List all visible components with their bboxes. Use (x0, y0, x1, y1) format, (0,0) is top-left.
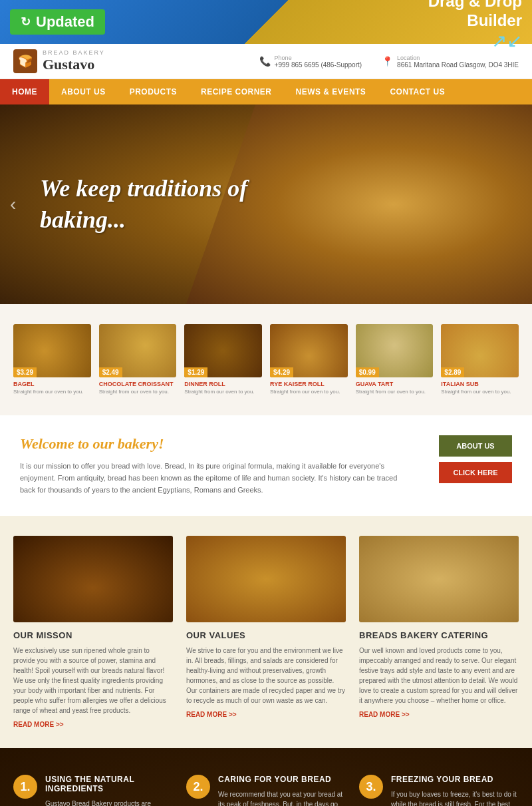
logo-icon: 🍞 (13, 49, 37, 73)
product-desc: Straight from our oven to you. (184, 389, 262, 395)
feature-image (186, 536, 346, 622)
phone-contact: 📞 Phone +999 865 6695 (486-Support) (259, 55, 362, 69)
feature-card: OUR MISSON We exclusively use sun ripene… (13, 536, 173, 728)
welcome-title: Welcome to our bakery! (20, 435, 412, 453)
product-image: $1.29 (184, 324, 262, 377)
top-badge: ↻ Updated Drag & DropBuilder ↗↙ (0, 0, 532, 44)
main-nav: HOME ABOUT US PRODUCTS RECIPE CORNER NEW… (0, 79, 532, 104)
product-desc: Straight from our oven to you. (356, 389, 434, 395)
hero-content: We keep traditions ofbaking... (0, 173, 287, 236)
product-name: DINNER ROLL (184, 381, 262, 387)
product-card[interactable]: $2.89 ITALIAN SUB Straight from our oven… (441, 324, 519, 395)
drag-drop-label: Drag & DropBuilder (428, 0, 522, 30)
features-section: OUR MISSON We exclusively use sun ripene… (0, 516, 532, 748)
hero-section: ‹ We keep traditions ofbaking... (0, 104, 532, 304)
tip-number: 1. (13, 775, 37, 799)
location-contact: 📍 Location 8661 Maritana Road Glasgow, D… (382, 55, 519, 69)
feature-image (359, 536, 519, 622)
location-icon: 📍 (382, 56, 393, 67)
updated-label: Updated (36, 13, 94, 31)
product-name: GUAVA TART (356, 381, 434, 387)
product-image: $2.49 (99, 324, 177, 377)
welcome-content: Welcome to our bakery! It is our mission… (20, 435, 412, 496)
welcome-section: Welcome to our bakery! It is our mission… (0, 415, 532, 516)
product-price: $2.49 (99, 367, 122, 377)
feature-text: Our well known and loved products come t… (359, 646, 519, 705)
products-section: $3.29 BAGEL Straight from our oven to yo… (0, 304, 532, 415)
feature-text: We exclusively use sun ripened whole gra… (13, 646, 173, 715)
tip-text: Gustavo Bread Bakery products are handma… (45, 799, 173, 806)
logo-area: 🍞 BREAD BAKERY Gustavo (13, 49, 105, 73)
product-desc: Straight from our oven to you. (99, 389, 177, 395)
logo-name: Gustavo (43, 56, 105, 73)
product-card[interactable]: $4.29 RYE KAISER ROLL Straight from our … (270, 324, 348, 395)
feature-card: BREADS BAKERY CATERING Our well known an… (359, 536, 519, 728)
nav-recipe[interactable]: RECIPE CORNER (189, 79, 284, 104)
about-us-button[interactable]: ABOUT US (439, 435, 512, 457)
tip-number: 3. (359, 775, 383, 799)
nav-news[interactable]: NEWS & EVENTS (284, 79, 378, 104)
features-grid: OUR MISSON We exclusively use sun ripene… (13, 536, 519, 728)
location-label: Location (397, 55, 519, 61)
hero-prev-arrow[interactable]: ‹ (10, 194, 16, 215)
read-more-link[interactable]: READ MORE >> (186, 711, 346, 718)
click-here-button[interactable]: CLICK HERE (439, 462, 512, 483)
tip-number: 2. (186, 775, 210, 799)
nav-contact[interactable]: CONTACT US (378, 79, 457, 104)
tip-item: 3. FREEZING YOUR BREAD If you buy loaves… (359, 775, 519, 806)
product-price: $1.29 (184, 367, 207, 377)
product-card[interactable]: $2.49 CHOCOLATE CROISSANT Straight from … (99, 324, 177, 395)
nav-home[interactable]: HOME (0, 79, 49, 104)
tip-content: USING THE NATURAL INGREDIENTS Gustavo Br… (45, 775, 173, 806)
product-image: $3.29 (13, 324, 91, 377)
product-desc: Straight from our oven to you. (441, 389, 519, 395)
header-contact: 📞 Phone +999 865 6695 (486-Support) 📍 Lo… (259, 55, 519, 69)
feature-card: OUR VALUES We strive to care for you and… (186, 536, 346, 728)
product-desc: Straight from our oven to you. (13, 389, 91, 395)
product-name: ITALIAN SUB (441, 381, 519, 387)
phone-label: Phone (275, 55, 362, 61)
product-image: $0.99 (356, 324, 434, 377)
tip-item: 1. USING THE NATURAL INGREDIENTS Gustavo… (13, 775, 173, 806)
nav-products[interactable]: PRODUCTS (118, 79, 189, 104)
product-name: BAGEL (13, 381, 91, 387)
product-desc: Straight from our oven to you. (270, 389, 348, 395)
feature-text: We strive to care for you and the enviro… (186, 646, 346, 705)
tip-item: 2. CARING FOR YOUR BREAD We recommend th… (186, 775, 346, 806)
sync-icon: ↻ (21, 15, 31, 29)
logo-text-area: BREAD BAKERY Gustavo (43, 49, 105, 73)
feature-title: OUR VALUES (186, 630, 346, 640)
phone-icon: 📞 (259, 56, 271, 67)
nav-about[interactable]: ABOUT US (49, 79, 118, 104)
feature-image (13, 536, 173, 622)
tip-title: FREEZING YOUR BREAD (391, 775, 519, 784)
products-grid: $3.29 BAGEL Straight from our oven to yo… (13, 324, 519, 395)
phone-value: +999 865 6695 (486-Support) (275, 61, 362, 69)
tip-text: If you buy loaves to freeze, it's best t… (391, 789, 519, 806)
product-price: $3.29 (13, 367, 37, 377)
tip-content: CARING FOR YOUR BREAD We recommend that … (218, 775, 346, 806)
read-more-link[interactable]: READ MORE >> (359, 711, 519, 718)
tip-title: USING THE NATURAL INGREDIENTS (45, 775, 173, 793)
read-more-link[interactable]: READ MORE >> (13, 721, 173, 728)
product-name: RYE KAISER ROLL (270, 381, 348, 387)
product-price: $2.89 (441, 367, 464, 377)
drag-drop-area: Drag & DropBuilder ↗↙ (428, 0, 522, 52)
product-card[interactable]: $1.29 DINNER ROLL Straight from our oven… (184, 324, 262, 395)
phone-info: Phone +999 865 6695 (486-Support) (275, 55, 362, 69)
logo-subtitle: BREAD BAKERY (43, 49, 105, 56)
drag-drop-arrow-icon: ↗↙ (428, 30, 522, 52)
tip-content: FREEZING YOUR BREAD If you buy loaves to… (391, 775, 519, 806)
updated-badge: ↻ Updated (10, 9, 105, 35)
welcome-text: It is our mission to offer you bread wit… (20, 461, 412, 496)
product-card[interactable]: $3.29 BAGEL Straight from our oven to yo… (13, 324, 91, 395)
location-value: 8661 Maritana Road Glasgow, DO4 3HIE (397, 61, 519, 69)
product-card[interactable]: $0.99 GUAVA TART Straight from our oven … (356, 324, 434, 395)
tips-section: 1. USING THE NATURAL INGREDIENTS Gustavo… (0, 748, 532, 806)
hero-title: We keep traditions ofbaking... (40, 173, 247, 236)
product-image: $2.89 (441, 324, 519, 377)
product-price: $4.29 (270, 367, 293, 377)
product-name: CHOCOLATE CROISSANT (99, 381, 177, 387)
welcome-buttons: ABOUT US CLICK HERE (432, 435, 512, 483)
product-image: $4.29 (270, 324, 348, 377)
